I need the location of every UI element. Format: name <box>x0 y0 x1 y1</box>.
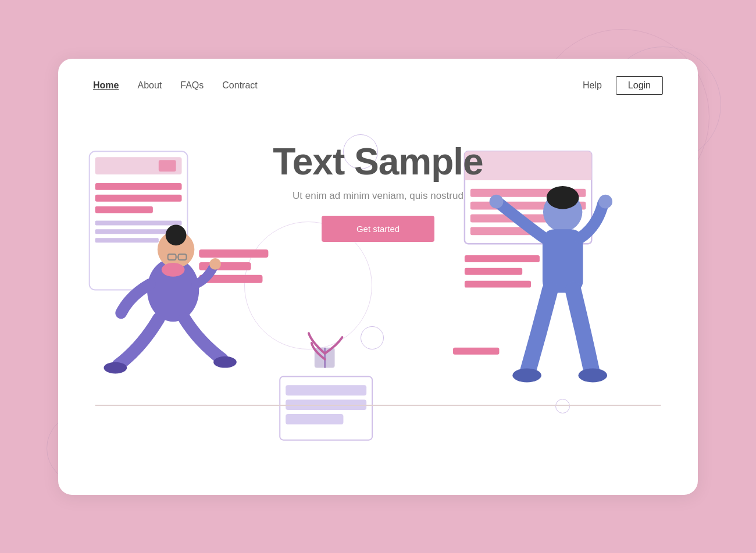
nav-link-home[interactable]: Home <box>93 80 119 91</box>
nav-left: Home About FAQs Contract <box>93 80 258 91</box>
svg-point-20 <box>104 362 127 373</box>
navigation: Home About FAQs Contract Help Login <box>58 59 698 106</box>
svg-rect-26 <box>286 413 343 424</box>
login-button[interactable]: Login <box>616 76 663 95</box>
svg-rect-9 <box>199 249 268 258</box>
svg-point-21 <box>213 356 237 368</box>
svg-point-19 <box>209 258 221 269</box>
main-card: Home About FAQs Contract Help Login <box>58 59 698 495</box>
get-started-button[interactable]: Get started <box>322 216 434 242</box>
svg-point-46 <box>578 368 607 382</box>
nav-link-faqs[interactable]: FAQs <box>180 80 204 91</box>
outer-background: Home About FAQs Contract Help Login <box>0 0 756 553</box>
nav-link-about[interactable]: About <box>137 80 162 91</box>
svg-rect-37 <box>465 267 522 274</box>
svg-rect-38 <box>465 280 531 287</box>
svg-rect-24 <box>286 385 366 395</box>
hero-title: Text Sample <box>273 140 483 183</box>
svg-point-18 <box>162 262 185 276</box>
hero-subtitle: Ut enim ad minim veniam, quis nostrud <box>293 190 463 202</box>
nav-link-help[interactable]: Help <box>583 80 602 91</box>
svg-point-45 <box>512 368 541 382</box>
nav-right: Help Login <box>583 76 663 95</box>
svg-rect-36 <box>465 255 540 262</box>
svg-rect-39 <box>453 347 499 354</box>
nav-link-contract[interactable]: Contract <box>222 80 257 91</box>
